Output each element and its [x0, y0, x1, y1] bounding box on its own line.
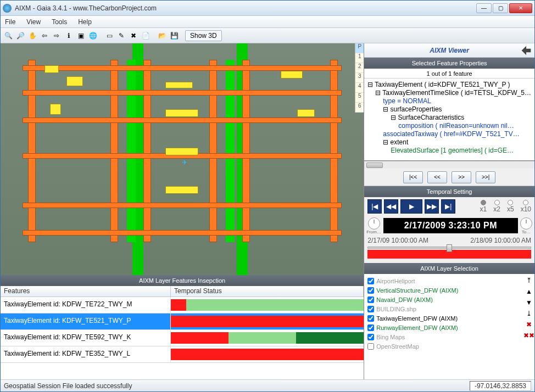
edit-icon[interactable]: ✎	[116, 30, 127, 41]
layer-remove-icon[interactable]: ✖	[525, 320, 533, 329]
status-message: Geospatial Session File loaded successfu…	[4, 382, 132, 390]
maximize-button[interactable]: ▢	[493, 3, 508, 13]
layer-item[interactable]: BUILDING.shp	[367, 304, 531, 313]
open-icon[interactable]: 📂	[157, 30, 168, 41]
layer-item[interactable]: TaxiwayElement_DFW (AIXM)	[367, 313, 531, 323]
close-button[interactable]: ✕	[509, 3, 532, 13]
from-clock-button[interactable]	[368, 217, 380, 229]
page-tab-1[interactable]: 1	[355, 53, 364, 63]
property-tree[interactable]: ⊟ TaxiwayElement ( id=KDFW_TE521_TWY_P )…	[364, 79, 534, 161]
table-row[interactable]: TaxiwayElement id: KDFW_TE352_TWY_L	[1, 346, 364, 363]
toolbar: 🔍 🔎 ✋ ⇦ ⇨ ℹ ▣ 🌐 ▭ ✎ ✖ 📄 📂 💾 Show 3D	[1, 28, 534, 43]
aircraft-icon: ✈	[182, 159, 194, 171]
select-icon[interactable]: ▭	[104, 30, 115, 41]
layer-checkbox[interactable]	[367, 306, 374, 312]
menu-help[interactable]: Help	[78, 18, 92, 26]
layer-up-icon[interactable]: ▲	[525, 287, 533, 296]
speed-x10[interactable]: x10	[521, 200, 531, 213]
menu-view[interactable]: View	[26, 18, 41, 26]
layer-item[interactable]: RunwayElement_DFW (AIXM)	[367, 323, 531, 332]
nav-next-button[interactable]: >>	[452, 171, 471, 183]
layer-remove-all-icon[interactable]: ✖✖	[525, 331, 533, 340]
layer-checkbox[interactable]	[367, 315, 374, 322]
layer-item[interactable]: AirportHeliport	[367, 276, 531, 285]
page-tab-4[interactable]: 4	[355, 83, 364, 93]
nav-prev-button[interactable]: <<	[427, 171, 447, 183]
nav-last-button[interactable]: >>|	[476, 171, 495, 183]
feature-count: 1 out of 1 feature	[364, 69, 534, 79]
skip-end-button[interactable]: ▶|	[441, 199, 455, 214]
speed-x2[interactable]: x2	[493, 200, 500, 213]
layer-item[interactable]: VerticalStructure_DFW (AIXM)	[367, 285, 531, 295]
page-tab-6[interactable]: 6	[355, 103, 364, 113]
layer-item[interactable]: Bing Maps	[367, 332, 531, 341]
titlebar: AIXM - Gaia 3.4.1 - www.TheCarbonProject…	[1, 1, 534, 16]
temporal-header: Temporal Setting	[364, 186, 534, 197]
viewer-title: AIXM Viewer	[364, 43, 534, 58]
layer-item[interactable]: OpenStreetMap	[367, 341, 531, 351]
inspection-header: AIXM Layer Features Insepction	[1, 275, 364, 286]
col-features[interactable]: Features	[1, 286, 171, 296]
app-window: AIXM - Gaia 3.4.1 - www.TheCarbonProject…	[0, 0, 535, 392]
range-end: 2/18/09 10:00:00 AM	[470, 237, 531, 244]
map-canvas[interactable]: ✈ P 1 2 3 4 5 6	[1, 43, 364, 275]
menu-tools[interactable]: Tools	[52, 18, 67, 26]
props-header: Selected Feature Properties	[364, 58, 534, 69]
viewer-logo-icon	[520, 45, 532, 56]
minimize-button[interactable]: —	[476, 3, 492, 13]
play-button[interactable]: ▶	[400, 199, 422, 214]
app-icon	[3, 4, 12, 13]
extent-icon[interactable]: ▣	[75, 30, 86, 41]
layer-bottom-icon[interactable]: ⤓	[525, 309, 533, 318]
range-start: 2/17/09 10:00:00 AM	[367, 237, 428, 244]
speed-x1[interactable]: x1	[480, 200, 487, 213]
forward-button[interactable]: ▶▶	[425, 199, 439, 214]
layer-checkbox[interactable]	[367, 287, 374, 294]
layer-top-icon[interactable]: ⤒	[525, 276, 533, 285]
table-row[interactable]: TaxiwayElement id: KDFW_TE521_TWY_P	[1, 313, 364, 330]
layer-checkbox[interactable]	[367, 324, 374, 331]
page-tab-3[interactable]: 3	[355, 73, 364, 83]
layers-header: AIXM Layer Selection	[364, 263, 534, 274]
layer-checkbox[interactable]	[367, 278, 374, 284]
layer-down-icon[interactable]: ▼	[525, 298, 533, 307]
layer-checkbox[interactable]	[367, 343, 374, 350]
to-clock-button[interactable]	[520, 217, 532, 229]
zoom-in-icon[interactable]: 🔍	[3, 30, 14, 41]
forward-icon[interactable]: ⇨	[51, 30, 62, 41]
inspection-body: TaxiwayElement id: KDFW_TE722_TWY_MTaxiw…	[1, 297, 364, 379]
page-tab-2[interactable]: 2	[355, 63, 364, 73]
save-icon[interactable]: 💾	[169, 30, 180, 41]
show-3d-button[interactable]: Show 3D	[185, 30, 222, 41]
window-title: AIXM - Gaia 3.4.1 - www.TheCarbonProject…	[15, 4, 476, 12]
menu-file[interactable]: File	[5, 18, 15, 26]
layer-checkbox[interactable]	[367, 334, 374, 340]
table-row[interactable]: TaxiwayElement id: KDFW_TE592_TWY_K	[1, 330, 364, 346]
layer-checkbox[interactable]	[367, 296, 374, 303]
speed-x5[interactable]: x5	[507, 200, 514, 213]
export-icon[interactable]: 📄	[140, 30, 151, 41]
layers-list: ⤒ ▲ ▼ ⤓ ✖ ✖✖ AirportHeliportVerticalStru…	[364, 274, 534, 379]
statusbar: Geospatial Session File loaded successfu…	[1, 379, 534, 391]
layer-item[interactable]: Navaid_DFW (AIXM)	[367, 295, 531, 304]
time-slider[interactable]	[367, 247, 531, 249]
delete-icon[interactable]: ✖	[128, 30, 139, 41]
nav-first-button[interactable]: |<<	[403, 171, 423, 183]
zoom-out-icon[interactable]: 🔎	[15, 30, 26, 41]
table-row[interactable]: TaxiwayElement id: KDFW_TE722_TWY_M	[1, 297, 364, 313]
menubar: File View Tools Help	[1, 16, 534, 28]
pan-icon[interactable]: ✋	[27, 30, 38, 41]
tree-scrollbar[interactable]	[364, 161, 534, 169]
rewind-button[interactable]: ◀◀	[384, 199, 398, 214]
info-icon[interactable]: ℹ	[63, 30, 74, 41]
page-strip: P 1 2 3 4 5 6	[355, 43, 364, 113]
page-tab-p[interactable]: P	[355, 43, 364, 53]
back-icon[interactable]: ⇦	[39, 30, 50, 41]
page-tab-5[interactable]: 5	[355, 93, 364, 103]
timestamp-display: 2/17/2009 3:23:10 PM	[383, 218, 518, 233]
status-coords: -97.0146,32.8853	[470, 381, 531, 391]
skip-start-button[interactable]: |◀	[367, 199, 382, 214]
col-temporal[interactable]: Temporal Status	[171, 286, 364, 296]
globe-icon[interactable]: 🌐	[87, 30, 98, 41]
